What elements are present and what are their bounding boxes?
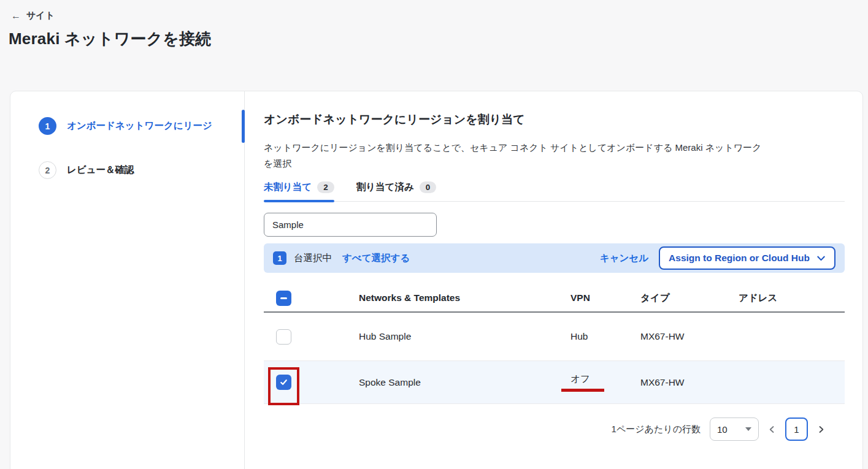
- column-header-type: タイプ: [640, 292, 739, 305]
- row-1-name: Hub Sample: [359, 331, 570, 342]
- assign-to-region-button[interactable]: Assign to Region or Cloud Hub: [659, 246, 835, 270]
- active-step-indicator: [242, 110, 245, 143]
- column-header-address: アドレス: [739, 292, 845, 305]
- caret-down-icon: [745, 427, 751, 431]
- tab-unassigned[interactable]: 未割り当て 2: [264, 181, 334, 201]
- row-2-checkbox[interactable]: [276, 375, 291, 390]
- tab-unassigned-label: 未割り当て: [264, 181, 312, 194]
- search-input[interactable]: [264, 213, 437, 237]
- tab-assigned[interactable]: 割り当て済み 0: [356, 181, 437, 201]
- stepper: 1 オンボードネットワークにリージ 2 レビュー＆確認: [10, 91, 244, 469]
- row-1-type: MX67-HW: [640, 331, 739, 342]
- back-arrow-icon: ←: [11, 11, 21, 21]
- row-2-vpn: オフ: [570, 373, 590, 386]
- description-line-2: を選択: [264, 156, 845, 172]
- onboard-card: 1 オンボードネットワークにリージ 2 レビュー＆確認 オンボードネットワークに…: [10, 91, 863, 469]
- step-1-circle: 1: [39, 117, 56, 135]
- selection-bar: 1 台選択中 すべて選択する キャンセル Assign to Region or…: [264, 243, 845, 273]
- main-panel: オンボードネットワークにリージョンを割り当て ネットワークにリージョンを割り当て…: [244, 91, 862, 469]
- table-header-row: Networks & Templates VPN タイプ アドレス: [264, 284, 845, 313]
- cancel-link[interactable]: キャンセル: [600, 252, 648, 265]
- step-assign-region[interactable]: 1 オンボードネットワークにリージ: [10, 117, 244, 135]
- previous-page-button[interactable]: [768, 425, 776, 434]
- row-1-vpn: Hub: [570, 331, 640, 342]
- pagination: 1ページあたりの行数 10 1: [264, 418, 845, 441]
- page-title: Meraki ネットワークを接続: [9, 28, 211, 50]
- current-page-number: 1: [794, 424, 799, 435]
- checkmark-icon: [279, 378, 288, 387]
- step-review-confirm[interactable]: 2 レビュー＆確認: [10, 161, 244, 179]
- selected-count-badge: 1: [273, 251, 286, 265]
- panel-description: ネットワークにリージョンを割り当てることで、セキュア コネクト サイトとしてオン…: [264, 140, 845, 172]
- current-page-indicator[interactable]: 1: [785, 418, 808, 441]
- table-row: Spoke Sample オフ MX67-HW: [264, 361, 845, 404]
- tab-bar: 未割り当て 2 割り当て済み 0: [264, 181, 845, 202]
- column-header-networks: Networks & Templates: [359, 292, 570, 303]
- annotation-underline: [561, 389, 604, 392]
- rows-per-page-label: 1ページあたりの行数: [612, 424, 701, 435]
- rows-per-page-value: 10: [717, 424, 728, 435]
- step-1-label: オンボードネットワークにリージ: [67, 120, 212, 132]
- chevron-right-icon: [817, 425, 825, 434]
- row-2-vpn-cell: オフ: [570, 373, 640, 392]
- selected-count-label: 台選択中: [294, 252, 332, 265]
- chevron-left-icon: [768, 425, 776, 434]
- select-all-link[interactable]: すべて選択する: [342, 252, 410, 265]
- select-all-checkbox[interactable]: [276, 291, 291, 306]
- description-line-1: ネットワークにリージョンを割り当てることで、セキュア コネクト サイトとしてオン…: [264, 140, 845, 156]
- chevron-down-icon: [816, 254, 826, 263]
- row-1-checkbox[interactable]: [276, 329, 291, 345]
- panel-heading: オンボードネットワークにリージョンを割り当て: [264, 112, 845, 128]
- step-2-circle: 2: [39, 161, 56, 179]
- assign-button-label: Assign to Region or Cloud Hub: [669, 253, 810, 264]
- column-header-vpn: VPN: [570, 292, 640, 303]
- row-2-name: Spoke Sample: [359, 377, 570, 388]
- row-2-checkbox-wrap: [264, 375, 291, 390]
- rows-per-page-select[interactable]: 10: [710, 418, 759, 441]
- step-2-label: レビュー＆確認: [67, 164, 134, 177]
- table-row: Hub Sample Hub MX67-HW: [264, 313, 845, 361]
- tab-assigned-label: 割り当て済み: [356, 181, 414, 194]
- back-link[interactable]: ← サイト: [11, 10, 55, 21]
- next-page-button[interactable]: [817, 425, 825, 434]
- tab-unassigned-count-badge: 2: [317, 181, 334, 194]
- back-link-label: サイト: [26, 10, 55, 21]
- row-2-type: MX67-HW: [640, 377, 739, 388]
- tab-assigned-count-badge: 0: [420, 181, 437, 194]
- networks-table: Networks & Templates VPN タイプ アドレス Hub Sa…: [264, 284, 845, 404]
